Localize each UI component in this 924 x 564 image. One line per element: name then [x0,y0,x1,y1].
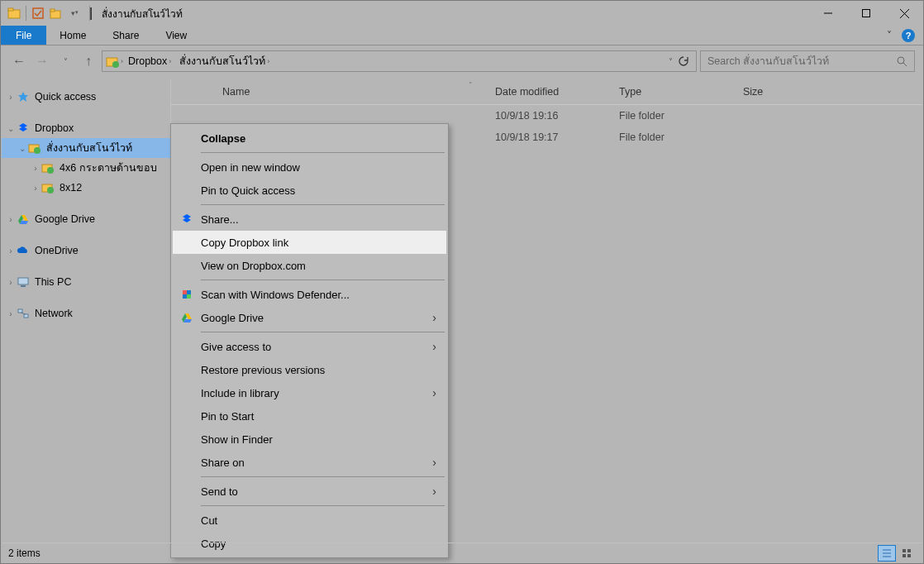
search-input[interactable]: Search สั่งงานกับสโนว์ไวท์ [700,50,915,72]
folder-sync-icon [41,161,55,174]
column-size[interactable]: Size [743,86,826,98]
sidebar-item-google-drive[interactable]: › Google Drive [2,209,170,229]
svg-rect-40 [907,554,911,557]
ctx-share-on[interactable]: Share on › [173,451,446,474]
home-tab[interactable]: Home [46,26,99,45]
ribbon-tabs: File Home Share View ˅ ? [1,26,923,45]
sidebar-item-network[interactable]: › Network [2,304,170,323]
separator [201,505,445,506]
svg-point-15 [34,147,40,154]
close-button[interactable] [885,1,923,26]
chevron-right-icon: › [432,340,436,353]
column-name[interactable]: Name [222,86,495,98]
separator [26,6,26,21]
qat-dropdown-icon[interactable]: ▾▾ [68,7,81,20]
address-dropdown-icon[interactable]: ˅ [669,57,673,66]
svg-rect-25 [18,309,22,313]
breadcrumb-current[interactable]: สั่งงานกับสโนว์ไวท์ › [176,53,273,69]
column-type[interactable]: Type [619,86,743,98]
sort-indicator-icon: ˄ [469,81,473,89]
sidebar-item-dropbox[interactable]: ⌄ Dropbox [2,118,170,138]
ctx-share[interactable]: Share... [173,208,446,231]
ctx-give-access[interactable]: Give access to › [173,335,446,358]
file-tab[interactable]: File [1,26,46,45]
svg-line-27 [21,313,26,314]
share-tab[interactable]: Share [99,26,152,45]
recent-dropdown-icon[interactable]: ˅ [55,51,75,71]
star-icon [17,90,30,103]
svg-rect-39 [903,554,906,557]
ctx-view-dropbox[interactable]: View on Dropbox.com [173,254,446,277]
separator [201,204,445,205]
properties-icon[interactable] [31,7,45,20]
minimize-button[interactable] [809,1,847,26]
view-tab[interactable]: View [152,26,200,45]
separator [201,476,445,477]
separator [201,280,445,280]
up-button[interactable]: ↑ [79,51,98,71]
folder-sync-icon [28,141,41,155]
ctx-copy-dropbox-link[interactable]: Copy Dropbox link [173,231,446,254]
details-view-button[interactable] [878,545,896,562]
ctx-cut[interactable]: Cut [173,509,446,532]
svg-rect-29 [183,290,187,294]
ctx-google-drive[interactable]: Google Drive › [173,306,446,329]
chevron-right-icon: › [432,485,436,498]
chevron-right-icon: › [432,456,436,469]
chevron-down-icon[interactable]: ˅ [887,30,892,41]
titlebar: ▾▾ | สั่งงานกับสโนว์ไวท์ [1,1,923,26]
thumbnails-view-button[interactable] [898,545,916,562]
svg-rect-23 [18,278,28,284]
search-placeholder: Search สั่งงานกับสโนว์ไวท์ [707,53,829,69]
ctx-restore-versions[interactable]: Restore previous versions [173,358,446,381]
window-title: สั่งงานกับสโนว์ไวท์ [102,6,183,22]
dropbox-icon [179,213,194,225]
ctx-include-library[interactable]: Include in library › [173,381,446,404]
file-type: File folder [619,131,743,143]
pc-icon [17,275,30,289]
file-date: 10/9/18 19:17 [495,131,619,143]
network-icon [17,307,30,320]
refresh-icon[interactable] [678,55,689,67]
svg-rect-4 [50,9,55,12]
separator [201,332,445,332]
svg-point-11 [898,57,904,64]
chevron-right-icon: › [432,386,436,399]
explorer-window: ▾▾ | สั่งงานกับสโนว์ไวท์ File Home Share… [0,0,924,564]
back-button[interactable]: ← [9,51,29,71]
ctx-pin-quick-access[interactable]: Pin to Quick access [173,179,446,202]
sidebar-item-sub2[interactable]: › 8x12 [2,178,170,198]
help-icon[interactable]: ? [902,29,915,42]
folder-icon [7,7,21,20]
svg-rect-24 [21,285,26,287]
google-drive-icon [179,312,194,323]
separator [201,152,445,153]
breadcrumb-dropbox[interactable]: Dropbox › [125,55,174,67]
ctx-scan-defender[interactable]: Scan with Windows Defender... [173,283,446,306]
onedrive-icon [17,244,30,257]
ctx-open-new-window[interactable]: Open in new window [173,155,446,179]
new-folder-icon[interactable] [50,7,63,20]
sidebar-item-quick-access[interactable]: › Quick access [2,87,170,107]
dropbox-icon [17,122,30,135]
ctx-collapse[interactable]: Collapse [173,127,446,150]
forward-button[interactable]: → [32,51,52,71]
sidebar-item-this-pc[interactable]: › This PC [2,272,170,292]
chevron-right-icon[interactable]: › [121,57,123,65]
svg-point-10 [112,61,119,68]
sidebar-item-working-folder[interactable]: ⌄ สั่งงานกับสโนว์ไวท์ [2,138,170,158]
sidebar-item-onedrive[interactable]: › OneDrive [2,241,170,260]
ctx-send-to[interactable]: Send to › [173,480,446,503]
ctx-show-finder[interactable]: Show in Finder [173,428,446,451]
content-area: › Quick access ⌄ Dropbox ⌄ สั่งงานกับสโน… [2,79,922,542]
shield-icon [179,289,194,300]
search-icon [896,55,907,67]
ctx-pin-start[interactable]: Pin to Start [173,404,446,428]
address-bar[interactable]: › Dropbox › สั่งงานกับสโนว์ไวท์ › ˅ [102,50,697,72]
column-date[interactable]: Date modified [495,86,619,98]
navigation-pane: › Quick access ⌄ Dropbox ⌄ สั่งงานกับสโน… [2,79,171,542]
sidebar-item-sub1[interactable]: › 4x6 กระดาษด้านขอบ [2,158,170,178]
maximize-button[interactable] [847,1,885,26]
navigation-bar: ← → ˅ ↑ › Dropbox › สั่งงานกับสโนว์ไวท์ … [1,45,923,77]
svg-point-17 [47,167,54,174]
